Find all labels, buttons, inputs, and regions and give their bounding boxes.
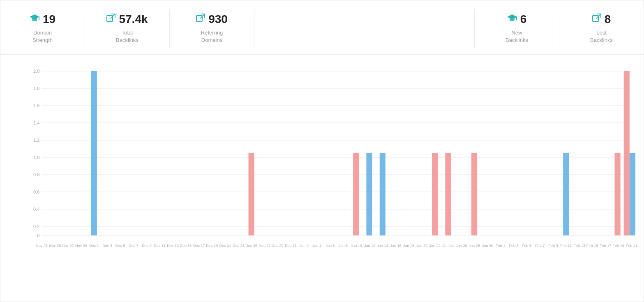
graduation-cap-icon-1 <box>30 14 39 25</box>
stat-label-lost-backlinks: LostBacklinks <box>590 29 613 44</box>
stat-top-domain-strength: 19 <box>30 13 55 26</box>
x-label-17: Dec 27 <box>259 244 271 248</box>
x-label-5: Dec 3 <box>102 244 112 248</box>
x-label-19: Dec 31 <box>285 244 297 248</box>
y-label-14: 1.4 <box>33 120 39 125</box>
stat-total-backlinks: 57.4k TotalBacklinks <box>85 9 170 48</box>
x-label-2: Nov 27 <box>62 244 74 248</box>
y-label-02: 0.2 <box>33 224 39 229</box>
x-label-33: Jan 28 <box>469 244 480 248</box>
stat-label-referring-domains: ReferringDomains <box>201 29 223 44</box>
x-label-24: Jan 10 <box>351 244 362 248</box>
bar-dec1-blue <box>91 71 97 235</box>
x-label-36: Feb 3 <box>509 244 518 248</box>
x-label-43: Feb 17 <box>600 244 611 248</box>
x-label-38: Feb 7 <box>535 244 545 248</box>
x-label-25: Jan 12 <box>364 244 375 248</box>
y-label-06: 0.6 <box>33 189 39 194</box>
stat-label-total-backlinks: TotalBacklinks <box>116 29 138 44</box>
x-label-37: Feb 5 <box>522 244 531 248</box>
x-label-3: Nov 29 <box>75 244 87 248</box>
graduation-cap-icon-2 <box>507 14 517 25</box>
y-label-20: 2.0 <box>33 69 39 74</box>
bar-jan22-pink <box>432 153 438 235</box>
stats-row: 19 DomainStrength 57.4k TotalBacklinks <box>0 0 644 55</box>
x-label-41: Feb 13 <box>573 244 585 248</box>
stat-value-total-backlinks: 57.4k <box>119 13 148 26</box>
y-label-18: 1.8 <box>33 86 39 91</box>
svg-rect-4 <box>196 16 202 21</box>
x-label-6: Dec 5 <box>115 244 125 248</box>
x-label-7: Dec 7 <box>129 244 138 248</box>
bar-jan14-blue <box>380 153 385 235</box>
x-label-0: Nov 23 <box>36 244 48 248</box>
x-label-11: Dec 15 <box>180 244 192 248</box>
y-label-12: 1.2 <box>33 138 39 143</box>
stat-value-referring-domains: 930 <box>208 13 228 26</box>
stat-referring-domains: 930 ReferringDomains <box>170 9 254 48</box>
external-link-icon-3 <box>592 14 601 25</box>
y-label-0: 0 <box>37 233 39 238</box>
stat-value-new-backlinks: 6 <box>520 13 527 26</box>
bar-feb21-blue <box>630 153 635 235</box>
y-label-04: 0.4 <box>33 207 39 212</box>
x-label-8: Dec 9 <box>142 244 152 248</box>
x-label-10: Dec 13 <box>167 244 179 248</box>
x-label-30: Jan 22 <box>429 244 440 248</box>
x-label-42: Feb 15 <box>586 244 598 248</box>
x-label-1: Nov 25 <box>49 244 61 248</box>
x-label-39: Feb 9 <box>548 244 558 248</box>
x-label-21: Jan 4 <box>312 244 321 248</box>
y-label-16: 1.6 <box>33 103 39 108</box>
bar-jan28-pink <box>471 153 477 235</box>
chart-wrapper: 0 0.2 0.4 0.6 0.8 1.0 1.2 1.4 1.6 1.8 2.… <box>21 63 635 264</box>
y-label-08: 0.8 <box>33 172 39 177</box>
x-label-45: Feb 21 <box>626 244 637 248</box>
stat-top-total-backlinks: 57.4k <box>106 13 148 26</box>
stat-label-new-backlinks: NewBacklinks <box>506 29 528 44</box>
svg-rect-8 <box>593 16 598 21</box>
x-label-34: Jan 30 <box>482 244 493 248</box>
x-label-28: Jan 18 <box>403 244 414 248</box>
stat-label-domain-strength: DomainStrength <box>32 29 53 44</box>
bar-dec25-pink <box>249 153 254 235</box>
stat-new-backlinks: 6 NewBacklinks <box>475 9 559 48</box>
x-label-20: Jan 2 <box>300 244 309 248</box>
stat-value-lost-backlinks: 8 <box>605 13 611 26</box>
stat-lost-backlinks: 8 LostBacklinks <box>559 9 644 48</box>
stat-spacer <box>254 9 475 48</box>
svg-rect-7 <box>516 16 517 20</box>
stat-domain-strength: 19 DomainStrength <box>0 9 85 48</box>
bar-jan12-blue <box>366 153 372 235</box>
y-label-10: 1.0 <box>33 155 39 160</box>
x-label-32: Jan 26 <box>456 244 467 248</box>
x-label-26: Jan 14 <box>377 244 388 248</box>
x-label-31: Jan 24 <box>443 244 454 248</box>
bar-feb21-pink <box>624 71 630 235</box>
x-label-22: Jan 6 <box>325 244 335 248</box>
bar-chart: 0 0.2 0.4 0.6 0.8 1.0 1.2 1.4 1.6 1.8 2.… <box>21 63 635 264</box>
x-label-27: Jan 16 <box>390 244 402 248</box>
external-link-icon-1 <box>106 14 115 25</box>
x-label-15: Dec 23 <box>233 244 245 248</box>
bar-jan24-pink <box>445 153 451 235</box>
x-label-40: Feb 11 <box>560 244 572 248</box>
stat-top-referring-domains: 930 <box>196 13 228 26</box>
svg-rect-2 <box>107 16 113 21</box>
main-container: 19 DomainStrength 57.4k TotalBacklinks <box>0 0 644 302</box>
external-link-icon-2 <box>196 14 205 25</box>
stat-top-new-backlinks: 6 <box>507 13 527 26</box>
svg-rect-1 <box>39 16 39 20</box>
x-label-9: Dec 11 <box>154 244 166 248</box>
bar-jan10-pink <box>353 153 359 235</box>
x-label-35: Feb 1 <box>496 244 505 248</box>
bar-feb11-blue <box>563 153 569 235</box>
x-label-16: Dec 25 <box>245 244 257 248</box>
x-label-23: Jan 8 <box>339 244 348 248</box>
x-label-44: Feb 19 <box>612 244 624 248</box>
x-label-12: Dec 17 <box>193 244 205 248</box>
x-label-18: Dec 29 <box>272 244 284 248</box>
stat-value-domain-strength: 19 <box>43 13 55 26</box>
bar-feb19-pink <box>614 153 620 235</box>
x-label-14: Dec 21 <box>219 244 231 248</box>
